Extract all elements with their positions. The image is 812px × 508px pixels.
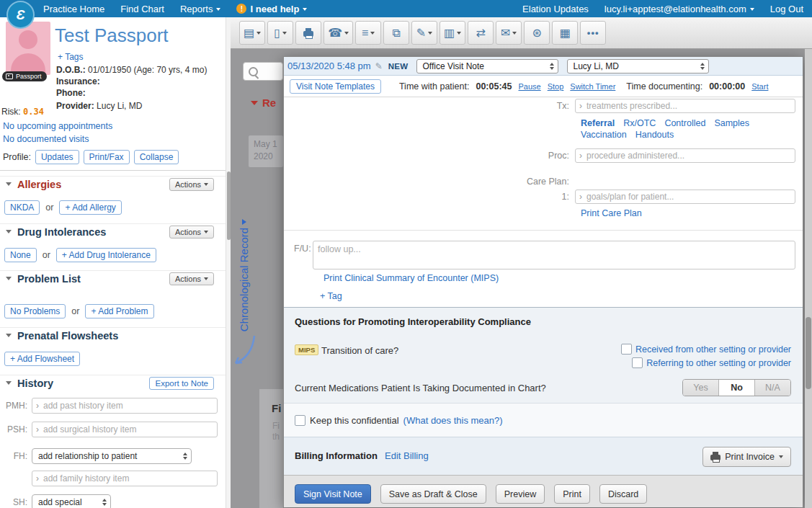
visit-note-datetime[interactable]: 05/13/2020 5:48 pm [287, 61, 371, 71]
care-plan-input[interactable] [585, 191, 791, 202]
chevron-right-icon: › [36, 424, 39, 435]
nav-help-menu[interactable]: ! I need help [236, 4, 307, 14]
received-checkbox[interactable] [621, 344, 632, 355]
nav-find-chart[interactable]: Find Chart [120, 4, 164, 14]
edit-billing-link[interactable]: Edit Billing [385, 450, 429, 461]
family-history-input[interactable] [42, 473, 213, 484]
print-clinical-summary-link[interactable]: Print Clinical Summary of Encounter (MIP… [324, 273, 499, 283]
switch-timer-link[interactable]: Switch Timer [570, 82, 615, 91]
allergies-title: Allergies [17, 179, 61, 190]
follow-up-textarea[interactable] [313, 241, 795, 269]
collapse-triangle-icon[interactable] [6, 381, 12, 385]
visit-note-type-select[interactable]: Office Visit Note [416, 59, 558, 73]
visit-note-provider-select[interactable]: Lucy Li, MD [567, 59, 709, 73]
psh-input[interactable] [42, 424, 213, 435]
nav-reports-menu[interactable]: Reports [180, 4, 221, 14]
confidential-checkbox[interactable] [295, 415, 305, 426]
controlled-link[interactable]: Controlled [664, 118, 705, 128]
add-allergy-button[interactable]: + Add Allergy [59, 200, 121, 215]
settings-button[interactable]: ⊛ [524, 21, 550, 45]
collapse-triangle-icon[interactable] [6, 334, 12, 337]
start-timer-link[interactable]: Start [751, 82, 768, 91]
transfer-arrows-icon: ⇄ [476, 26, 485, 40]
record-search-field[interactable] [243, 62, 283, 81]
treatment-links-row1: Referral Rx/OTC Controlled Samples [581, 118, 749, 128]
collapse-triangle-icon[interactable] [6, 182, 12, 186]
edit-pencil-icon[interactable]: ✎ [375, 61, 383, 71]
elation-logo-icon[interactable]: Ɛ [6, 1, 35, 29]
drug-intolerance-chip[interactable]: None [4, 248, 37, 262]
edit-button[interactable]: ✎ [411, 21, 437, 45]
search-icon [249, 67, 258, 76]
nav-practice-home[interactable]: Practice Home [43, 4, 104, 14]
drug-actions-button[interactable]: Actions [169, 226, 214, 239]
print-button[interactable]: Print [554, 484, 590, 504]
collapse-triangle-icon[interactable] [6, 230, 12, 233]
rx-otc-link[interactable]: Rx/OTC [623, 118, 656, 128]
profile-printfax-button[interactable]: Print/Fax [84, 150, 130, 164]
what-does-this-mean-link[interactable]: (What does this mean?) [403, 415, 503, 426]
nav-elation-updates[interactable]: Elation Updates [522, 4, 589, 14]
add-drug-intolerance-button[interactable]: + Add Drug Intolerance [56, 248, 156, 262]
print-care-plan-link[interactable]: Print Care Plan [581, 208, 642, 218]
chevron-down-icon [216, 8, 220, 11]
allergies-actions-button[interactable]: Actions [169, 178, 214, 191]
main-scrollbar[interactable] [805, 49, 812, 508]
fh-relationship-select[interactable]: add relationship to patient [32, 448, 192, 464]
add-tag-link[interactable]: + Tag [320, 291, 342, 301]
table-button[interactable]: ▦ [552, 21, 578, 45]
samples-link[interactable]: Samples [714, 118, 749, 128]
preview-button[interactable]: Preview [496, 484, 545, 504]
meds-no-button[interactable]: No [718, 380, 754, 396]
phone-button[interactable]: ☎ [324, 21, 353, 45]
new-document-button[interactable]: ▯ [267, 21, 293, 45]
sh-special-select[interactable]: add special [32, 494, 111, 508]
new-note-button[interactable]: ▤ [239, 21, 265, 45]
meds-yes-button[interactable]: Yes [683, 380, 718, 396]
export-to-note-button[interactable]: Export to Note [149, 377, 214, 390]
visit-note-templates-button[interactable]: Visit Note Templates [290, 79, 381, 94]
stop-timer-link[interactable]: Stop [548, 82, 564, 91]
add-tags-link[interactable]: + Tags [58, 52, 83, 62]
new-badge: NEW [388, 62, 409, 71]
referral-link[interactable]: Referral [581, 118, 615, 128]
discard-button[interactable]: Discard [599, 484, 647, 504]
print-fax-button[interactable] [295, 21, 321, 45]
treatments-input[interactable] [585, 100, 791, 112]
add-problem-button[interactable]: + Add Problem [85, 304, 153, 318]
allergy-chip[interactable]: NKDA [4, 200, 40, 215]
collapse-triangle-icon[interactable] [6, 277, 12, 280]
billing-section: Billing Information Edit Billing Print I… [284, 437, 803, 475]
transfer-button[interactable]: ⇄ [468, 21, 494, 45]
add-flowsheet-button[interactable]: + Add Flowsheet [4, 352, 80, 366]
sidebar-scrollbar[interactable] [226, 17, 231, 508]
no-documented-visits-link[interactable]: No documented visits [3, 134, 89, 144]
profile-updates-button[interactable]: Updates [35, 150, 79, 164]
sign-visit-note-button[interactable]: Sign Visit Note [295, 484, 371, 504]
pmh-input[interactable] [42, 400, 213, 411]
more-button[interactable]: ••• [580, 21, 606, 45]
procedure-input[interactable] [585, 150, 791, 161]
care-plan-field: › [575, 190, 795, 204]
pause-timer-link[interactable]: Pause [519, 82, 541, 91]
patient-avatar[interactable] [6, 22, 50, 75]
vaccination-link[interactable]: Vaccination [581, 130, 627, 140]
no-problems-chip[interactable]: No Problems [4, 304, 66, 318]
labs-button[interactable]: ▥ [440, 21, 465, 45]
profile-collapse-button[interactable]: Collapse [134, 150, 179, 164]
messages-button[interactable]: ✉ [496, 21, 522, 45]
referring-checkbox[interactable] [632, 357, 643, 368]
print-invoice-button[interactable]: Print Invoice [702, 447, 791, 467]
no-upcoming-appointments-link[interactable]: No upcoming appointments [3, 121, 112, 131]
problems-actions-button[interactable]: Actions [169, 272, 214, 285]
meds-na-button[interactable]: N/A [754, 380, 790, 396]
ellipsis-icon: ••• [587, 27, 599, 38]
nav-log-out[interactable]: Log Out [770, 4, 803, 14]
nav-account-menu[interactable]: lucy.li+apptest@elationhealth.com [604, 4, 754, 14]
scrollbar-thumb[interactable] [806, 317, 811, 389]
time-with-patient-value: 00:05:45 [476, 81, 512, 92]
layers-button[interactable]: ⧉ [383, 21, 409, 45]
handouts-link[interactable]: Handouts [635, 130, 674, 140]
lists-button[interactable]: ≡ [355, 21, 381, 45]
save-as-draft-button[interactable]: Save as Draft & Close [380, 484, 486, 504]
